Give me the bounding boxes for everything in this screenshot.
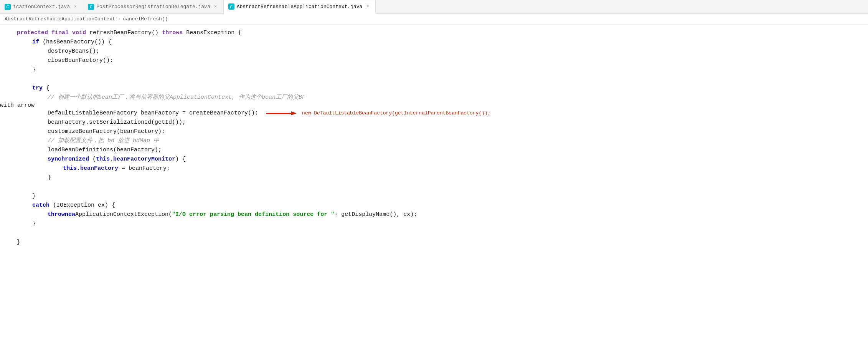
field-beanFactory: beanFactory [80,164,118,173]
code-line-14: this . beanFactory = beanFactory; [0,164,868,173]
code-line-2: if (hasBeanFactory()) { [0,38,868,47]
code-line-5: } [0,65,868,75]
tab-2[interactable]: C PostProcessorRegistrationDelegate.java… [83,0,223,13]
keyword-protected: protected [17,28,48,38]
code-line-10: customizeBeanFactory(beanFactory); [0,127,868,136]
tab-2-close[interactable]: × [213,4,219,10]
code-line-blank2 [0,182,868,192]
code-line-11: // 加载配置文件，把 bd 放进 bdMap 中 [0,136,868,146]
tab-1-close[interactable]: × [72,4,78,10]
keyword-throw: throw [48,210,65,219]
tab-1-label: icationContext.java [13,4,70,10]
keyword-this: this [96,155,110,164]
code-line-18: throw new ApplicationContextException( "… [0,210,868,219]
code-line-15: } [0,173,868,182]
code-line-1: protected final void refreshBeanFactory(… [0,28,868,38]
field-beanFactoryMonitor: beanFactoryMonitor [113,155,175,164]
breadcrumb-separator: › [118,16,121,22]
tab-1-icon: C [5,4,11,10]
arrow-annotation: new DefaultListableBeanFactory(getIntern… [266,109,490,118]
keyword-try: try [32,84,43,93]
code-line-7: // 创建一个默认的bean工厂，将当前容器的父ApplicationConte… [0,93,868,102]
tab-bar: C icationContext.java × C PostProcessorR… [0,0,868,14]
code-line-blank3 [0,229,868,238]
keyword-this2: this [63,164,77,173]
arrow-text: new DefaultListableBeanFactory(getIntern… [302,109,490,118]
keyword-synchronized: synchronized [48,155,89,164]
code-line-20: } [0,238,868,247]
code-line-9: beanFactory.setSerializationId(getId()); [0,118,868,127]
code-editor[interactable]: protected final void refreshBeanFactory(… [0,25,868,338]
keyword-catch: catch [32,201,50,210]
keyword-final: final [51,28,69,38]
code-line-3: destroyBeans(); [0,47,868,56]
code-line-13: synchronized ( this . beanFactoryMonitor… [0,155,868,164]
keyword-if: if [32,38,39,47]
tab-3-close[interactable]: × [365,3,371,10]
code-line-6: try { [0,84,868,93]
tab-3-icon: C [228,3,234,10]
tab-3[interactable]: C AbstractRefreshableApplicationContext.… [224,0,376,14]
code-line-17: catch (IOException ex) { [0,201,868,210]
comment-2: // 加载配置文件，把 bd 放进 bdMap 中 [48,136,159,146]
code-line-19: } [0,219,868,229]
comment-1: // 创建一个默认的bean工厂，将当前容器的父ApplicationConte… [48,93,305,102]
tab-1[interactable]: C icationContext.java × [0,0,83,13]
code-line-16: } [0,192,868,201]
code-line-blank1 [0,75,868,84]
code-line-4: closeBeanFactory(); [0,56,868,65]
code-line-8: DefaultListableBeanFactory beanFactory =… [0,109,868,118]
tab-3-label: AbstractRefreshableApplicationContext.ja… [237,4,363,10]
breadcrumb: AbstractRefreshableApplicationContext › … [0,14,868,25]
breadcrumb-method[interactable]: cancelRefresh() [123,16,168,22]
code-line-12: loadBeanDefinitions(beanFactory); [0,146,868,155]
breadcrumb-class[interactable]: AbstractRefreshableApplicationContext [5,16,116,22]
keyword-new: new [65,210,75,219]
keyword-void: void [72,28,86,38]
tab-2-label: PostProcessorRegistrationDelegate.java [96,4,210,10]
tab-2-icon: C [88,4,94,10]
string-error-msg: "I/O error parsing bean definition sourc… [172,210,334,219]
keyword-throws: throws [162,28,183,38]
